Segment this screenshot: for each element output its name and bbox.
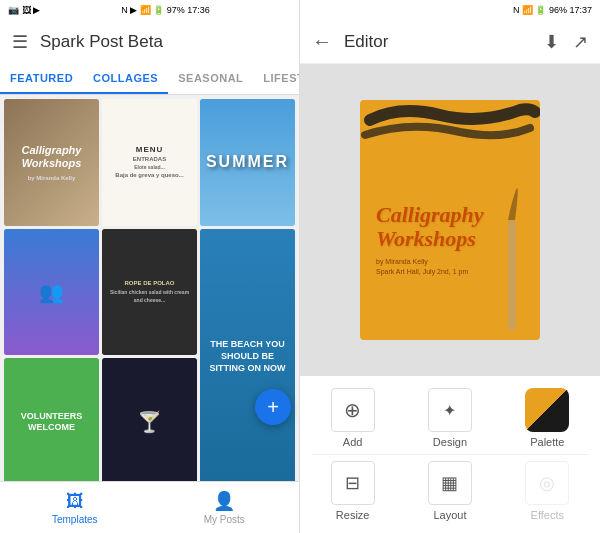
tabs-row: FEATURED COLLAGES SEASONAL LIFESTYLE BUS (0, 64, 299, 95)
add-icon: ⊕ (344, 398, 361, 422)
palette-icon-circle (525, 388, 569, 432)
right-panel: N 📶 🔋 96% 17:37 ← Editor ⬇ ↗ (300, 0, 600, 533)
design-icon: ✦ (443, 401, 456, 420)
tool-resize-label: Resize (336, 509, 370, 521)
effects-icon-circle: ◎ (525, 461, 569, 505)
left-panel: 📷 🖼 ▶ N ▶ 📶 🔋 97% 17:36 ☰ Spark Post Bet… (0, 0, 300, 533)
template-calligraphy[interactable]: CalligraphyWorkshops by Miranda Kelly (4, 99, 99, 226)
canvas-title-line1: Calligraphy Workshops (376, 203, 524, 251)
tool-design[interactable]: ✦ Design (415, 388, 485, 448)
tool-palette[interactable]: Palette (512, 388, 582, 448)
tool-add-label: Add (343, 436, 363, 448)
download-icon[interactable]: ⬇ (544, 31, 559, 53)
editor-header-actions: ⬇ ↗ (544, 31, 588, 53)
template-restaurant[interactable]: ROPE DE POLAOSicilian chicken salad with… (102, 229, 197, 356)
nav-my-posts-label: My Posts (204, 514, 245, 525)
tab-lifestyle[interactable]: LIFESTYLE (253, 64, 299, 94)
template-beach[interactable]: THE BEACH YOU SHOULD BE SITTING ON NOW (200, 229, 295, 481)
template-summer[interactable]: SUMMER (200, 99, 295, 226)
back-button[interactable]: ← (312, 30, 332, 53)
nav-templates-label: Templates (52, 514, 98, 525)
share-icon[interactable]: ↗ (573, 31, 588, 53)
resize-icon-circle: ⊟ (331, 461, 375, 505)
design-icon-circle: ✦ (428, 388, 472, 432)
hamburger-icon[interactable]: ☰ (12, 31, 28, 53)
tool-resize[interactable]: ⊟ Resize (318, 461, 388, 521)
left-status-center: N ▶ 📶 🔋 97% 17:36 (121, 5, 210, 15)
nav-my-posts[interactable]: 👤 My Posts (150, 482, 300, 533)
effects-icon: ◎ (539, 472, 555, 494)
template-cocktail[interactable]: 🍸 (102, 358, 197, 481)
template-masonry-grid: CalligraphyWorkshops by Miranda Kelly ME… (4, 99, 295, 481)
tab-featured[interactable]: FEATURED (0, 64, 83, 94)
fab-button[interactable]: + (255, 389, 291, 425)
template-menu[interactable]: MENU ENTRADASElote salad...Baja de greva… (102, 99, 197, 226)
add-icon-circle: ⊕ (331, 388, 375, 432)
tab-collages[interactable]: COLLAGES (83, 64, 168, 94)
editor-header: ← Editor ⬇ ↗ (300, 20, 600, 64)
tools-area: ⊕ Add ✦ Design Palette (300, 376, 600, 533)
nav-templates[interactable]: 🖼 Templates (0, 482, 150, 533)
my-posts-icon: 👤 (213, 490, 235, 512)
app-header: ☰ Spark Post Beta (0, 20, 299, 64)
layout-icon: ▦ (441, 472, 458, 494)
canvas-area[interactable]: Calligraphy Workshops by Miranda KellySp… (300, 64, 600, 376)
templates-icon: 🖼 (66, 491, 84, 512)
tool-effects-label: Effects (531, 509, 564, 521)
layout-icon-circle: ▦ (428, 461, 472, 505)
tools-row-1: ⊕ Add ✦ Design Palette (304, 384, 596, 452)
right-status-bar: N 📶 🔋 96% 17:37 (300, 0, 600, 20)
tool-add[interactable]: ⊕ Add (318, 388, 388, 448)
tool-design-label: Design (433, 436, 467, 448)
tab-seasonal[interactable]: SEASONAL (168, 64, 253, 94)
tools-divider (312, 454, 588, 455)
template-volunteers[interactable]: VOLUNTEERS WELCOME (4, 358, 99, 481)
tool-layout[interactable]: ▦ Layout (415, 461, 485, 521)
template-grid[interactable]: CalligraphyWorkshops by Miranda Kelly ME… (0, 95, 299, 481)
template-silhouette[interactable]: 👥 (4, 229, 99, 356)
tool-palette-label: Palette (530, 436, 564, 448)
bottom-nav: 🖼 Templates 👤 My Posts (0, 481, 299, 533)
tool-layout-label: Layout (433, 509, 466, 521)
left-status-bar: 📷 🖼 ▶ N ▶ 📶 🔋 97% 17:36 (0, 0, 299, 20)
app-title: Spark Post Beta (40, 32, 163, 52)
tool-effects: ◎ Effects (512, 461, 582, 521)
canvas-subtitle: by Miranda KellySpark Art Hall, July 2nd… (376, 257, 524, 277)
resize-icon: ⊟ (345, 472, 360, 494)
right-status-right: N 📶 🔋 96% 17:37 (513, 5, 592, 15)
left-status-icons: 📷 🖼 ▶ (8, 5, 40, 15)
editor-title: Editor (344, 32, 544, 52)
canvas-card[interactable]: Calligraphy Workshops by Miranda KellySp… (360, 100, 540, 340)
tools-row-2: ⊟ Resize ▦ Layout ◎ Effects (304, 457, 596, 525)
canvas-card-text: Calligraphy Workshops by Miranda KellySp… (376, 203, 524, 277)
